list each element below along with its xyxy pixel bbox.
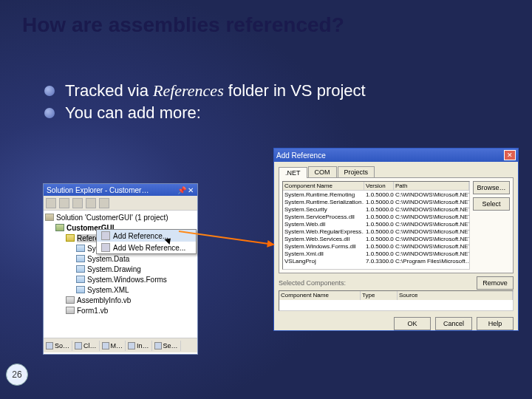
tab-projects[interactable]: Projects [338,166,375,177]
dialog-titlebar[interactable]: Add Reference ✕ [274,149,518,162]
tab-label: Cl… [83,342,97,349]
toolbar-icon[interactable] [86,198,96,208]
toolbar-icon[interactable] [46,198,56,208]
tab-icon [154,342,162,349]
sel-col-type[interactable]: Type [361,291,398,300]
list-row[interactable]: VSLangProj7.0.3300.0C:\Program Files\Mic… [283,257,469,265]
cell-version: 1.0.5000.0 [364,235,394,242]
reference-icon [76,286,85,293]
reference-icon [76,255,85,262]
toolbar-icon[interactable] [99,198,109,208]
list-header: Component Name Version Path [283,182,469,191]
reference-item[interactable]: System.Windows.Forms [87,276,167,284]
cell-version: 1.0.5000.0 [364,205,394,213]
remove-button[interactable]: Remove [477,276,514,290]
cell-version: 1.0.5000.0 [364,198,394,205]
browse-button[interactable]: Browse… [473,181,510,194]
cell-name: System.Runtime.Remoting [283,191,364,198]
selected-label: Selected Components: [279,279,346,287]
file-item[interactable]: AssemblyInfo.vb [77,296,131,304]
bullet-item: Tracked via References folder in VS proj… [44,81,366,100]
solution-icon [45,214,54,221]
ok-button[interactable]: OK [394,317,431,330]
file-item[interactable]: Form1.vb [77,307,108,315]
list-row[interactable]: System.Web.Services.dll1.0.5000.0C:\WIND… [283,235,469,242]
reference-item[interactable]: System.XML [87,286,129,294]
solution-node[interactable]: Solution 'CustomerGUI' (1 project) [56,214,168,222]
tab-label: So… [55,342,69,349]
dialog-panel: Component Name Version Path System.Runti… [279,177,514,273]
cell-name: System.Web.RegularExpress… [283,228,364,235]
panel-tabs: So… Cl… M… In… Se… [44,338,197,352]
cell-path: C:\WINDOWS\Microsoft.NET [394,191,469,198]
cell-version: 1.0.5000.0 [364,242,394,250]
list-row[interactable]: System.Runtime.Remoting1.0.5000.0C:\WIND… [283,191,469,198]
cell-name: System.Security [283,205,364,213]
panel-tab[interactable]: In… [126,341,152,351]
slide-title: How are assemblies referenced? [22,13,344,37]
list-row[interactable]: System.Security1.0.5000.0C:\WINDOWS\Micr… [283,205,469,213]
cell-path: C:\WINDOWS\Microsoft.NET [394,242,469,250]
close-icon[interactable]: ✕ [187,186,194,194]
file-icon [66,296,75,304]
bullet-text: Tracked via [65,81,153,100]
window-title: Solution Explorer - Customer… [47,186,149,194]
col-path[interactable]: Path [394,182,469,190]
panel-tab[interactable]: Cl… [72,341,100,351]
cell-path: C:\WINDOWS\Microsoft.NET [394,198,469,205]
cell-path: C:\WINDOWS\Microsoft.NET [394,205,469,213]
cancel-button[interactable]: Cancel [435,317,472,330]
col-version[interactable]: Version [364,182,394,190]
tab-icon [46,342,53,349]
dialog-title: Add Reference [276,151,326,160]
menu-label: Add Web Reference... [113,244,185,252]
window-titlebar[interactable]: Solution Explorer - Customer… 📌 ✕ [44,184,197,196]
pin-icon[interactable]: 📌 [177,186,185,194]
help-button[interactable]: Help [477,317,514,330]
reference-item[interactable]: System.Data [87,255,129,263]
menu-icon [101,231,110,240]
solution-explorer-toolbar [44,196,197,211]
list-row[interactable]: System.ServiceProcess.dll1.0.5000.0C:\WI… [283,213,469,220]
cell-name: System.Runtime.Serialization… [283,198,364,205]
toolbar-icon[interactable] [59,198,69,208]
reference-item[interactable]: System.Drawing [87,265,141,273]
list-row[interactable]: System.Xml.dll1.0.5000.0C:\WINDOWS\Micro… [283,250,469,257]
panel-tab[interactable]: M… [100,341,126,351]
panel-tab[interactable]: So… [44,341,72,351]
bullet-icon [44,108,55,118]
menu-item-add-web-reference[interactable]: Add Web Reference... [97,242,196,253]
cell-path: C:\Program Files\Microsoft… [394,257,469,265]
selected-list[interactable]: Component Name Type Source [279,290,514,311]
bullet-list: Tracked via References folder in VS proj… [44,81,366,126]
list-row[interactable]: System.Windows.Forms.dll1.0.5000.0C:\WIN… [283,242,469,250]
col-name[interactable]: Component Name [283,182,364,190]
cell-name: System.Web.Services.dll [283,235,364,242]
list-row[interactable]: System.Web.dll1.0.5000.0C:\WINDOWS\Micro… [283,220,469,228]
folder-icon [66,234,75,242]
close-button[interactable]: ✕ [504,150,516,160]
list-row[interactable]: System.Runtime.Serialization…1.0.5000.0C… [283,198,469,205]
context-menu: Add Reference... Add Web Reference... [96,229,197,254]
tab-dotnet[interactable]: .NET [279,167,307,178]
tab-label: Se… [163,342,178,349]
bullet-icon [44,86,55,96]
cell-path: C:\WINDOWS\Microsoft.NET [394,250,469,257]
bullet-text: You can add more: [65,103,201,123]
reference-icon [76,276,85,283]
page-number: 26 [6,364,28,386]
bullet-em: References [153,81,224,100]
component-list[interactable]: Component Name Version Path System.Runti… [282,181,470,270]
sel-col-name[interactable]: Component Name [279,291,361,300]
cell-version: 1.0.5000.0 [364,250,394,257]
reference-icon [76,245,85,252]
list-row[interactable]: System.Web.RegularExpress…1.0.5000.0C:\W… [283,228,469,235]
tab-icon [75,342,82,349]
panel-tab[interactable]: Se… [152,341,181,351]
bullet-item: You can add more: [44,103,366,123]
toolbar-icon[interactable] [72,198,83,208]
cell-name: System.Web.dll [283,220,364,228]
select-button[interactable]: Select [473,197,510,211]
sel-col-source[interactable]: Source [398,291,513,300]
tab-com[interactable]: COM [308,166,337,177]
